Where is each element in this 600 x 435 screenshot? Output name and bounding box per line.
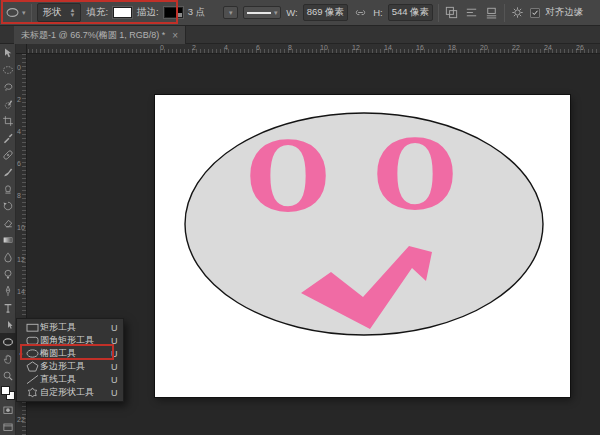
shape-tool-flyout-menu: 矩形工具U圆角矩形工具U•椭圆工具U多边形工具U直线工具U自定形状工具U	[16, 318, 124, 402]
tool-preset-button[interactable]: ▾	[5, 5, 26, 20]
ruler-number: 14	[384, 44, 392, 51]
ruler-number: 6	[256, 44, 260, 51]
ellipse-preset-icon	[5, 5, 20, 20]
ruler-number: 2	[17, 96, 21, 103]
path-arrangement-icon[interactable]	[484, 5, 499, 20]
ic-lasso	[2, 81, 14, 93]
dodge-tool[interactable]	[0, 265, 16, 282]
document-canvas[interactable]: O O	[155, 95, 570, 397]
close-icon[interactable]: ×	[172, 30, 178, 41]
path-operations-icon[interactable]	[444, 5, 459, 20]
move-tool[interactable]	[0, 44, 16, 61]
fill-color-swatch[interactable]	[113, 7, 132, 18]
ruler-number: 8	[288, 44, 292, 51]
ruler-number: 0	[160, 44, 164, 51]
menu-item-rrect[interactable]: 圆角矩形工具U	[17, 334, 123, 347]
shape-width-field[interactable]: 869 像素	[303, 4, 349, 21]
ruler-number: 4	[17, 128, 21, 135]
menu-item-shortcut: U	[111, 349, 123, 359]
ic-pen	[2, 285, 14, 297]
ruler-number: 16	[416, 44, 424, 51]
quick-mask-icon	[2, 404, 14, 416]
ic-healing	[2, 149, 14, 161]
menu-item-poly[interactable]: 多边形工具U	[17, 360, 123, 373]
foreground-color-swatch[interactable]	[1, 386, 10, 395]
menu-item-label: 椭圆工具	[40, 347, 111, 360]
history-brush-tool[interactable]	[0, 197, 16, 214]
ruler-number: 14	[17, 288, 25, 295]
current-tool-bullet: •	[17, 349, 25, 358]
align-edges-checkbox[interactable]	[530, 8, 540, 18]
stroke-color-swatch[interactable]	[164, 7, 183, 18]
fill-label: 填充:	[86, 6, 108, 19]
link-dimensions-icon[interactable]	[353, 5, 368, 20]
menu-item-rect[interactable]: 矩形工具U	[17, 321, 123, 334]
path-alignment-icon[interactable]	[464, 5, 479, 20]
ic-crop	[2, 115, 14, 127]
tool-options-bar: ▾ 形状 ▲▼ 填充: 描边: 3 点 ▾ ▾ W: 869 像素 H: 544…	[0, 0, 600, 26]
crop-tool[interactable]	[0, 112, 16, 129]
gear-icon[interactable]	[510, 5, 525, 20]
stroke-type-dropdown[interactable]: ▾	[243, 6, 281, 19]
hand-tool[interactable]	[0, 350, 16, 367]
ruler-number: 8	[17, 192, 21, 199]
menu-item-shortcut: U	[111, 388, 123, 398]
document-tab[interactable]: 未标题-1 @ 66.7%(椭圆 1, RGB/8) * ×	[14, 26, 186, 44]
stroke-label: 描边:	[137, 6, 159, 19]
eyedropper-tool[interactable]	[0, 129, 16, 146]
ic-eraser	[2, 217, 14, 229]
ic-pathsel	[2, 319, 14, 331]
menu-item-line[interactable]: 直线工具U	[17, 373, 123, 386]
menu-item-shortcut: U	[111, 375, 123, 385]
screen-mode-button[interactable]	[0, 418, 16, 435]
ic-dropper	[2, 132, 14, 144]
ic-gradient	[2, 234, 14, 246]
stroke-type-line-sample	[247, 12, 271, 14]
eye-letter: O	[246, 121, 330, 234]
quick-selection-tool[interactable]	[0, 95, 16, 112]
color-swatches[interactable]	[0, 385, 16, 401]
eraser-tool[interactable]	[0, 214, 16, 231]
brush-tool[interactable]	[0, 163, 16, 180]
divider	[31, 4, 32, 22]
tool-mode-value: 形状	[43, 6, 62, 19]
ellipse-shape-tool[interactable]	[0, 333, 16, 350]
ic-quick	[2, 98, 14, 110]
menu-item-label: 直线工具	[40, 373, 111, 386]
ruler-number: 12	[352, 44, 360, 51]
eye-letter: O	[373, 119, 457, 232]
ruler-number: 22	[512, 44, 520, 51]
tools-panel	[0, 44, 16, 435]
gradient-tool[interactable]	[0, 231, 16, 248]
ic-m-rect	[25, 322, 40, 333]
zoom-tool[interactable]	[0, 367, 16, 384]
ruler-number: 12	[17, 256, 25, 263]
menu-item-custom[interactable]: 自定形状工具U	[17, 386, 123, 399]
menu-item-label: 自定形状工具	[40, 386, 111, 399]
healing-brush-tool[interactable]	[0, 146, 16, 163]
ic-stamp	[2, 183, 14, 195]
ruler-number: 24	[544, 44, 552, 51]
stroke-width-dropdown[interactable]: ▾	[223, 6, 238, 19]
ic-ellipse	[2, 336, 14, 348]
divider	[504, 4, 505, 22]
quick-mask-button[interactable]	[0, 401, 16, 418]
ruler-number: 6	[17, 160, 21, 167]
ruler-number: 10	[320, 44, 328, 51]
lasso-tool[interactable]	[0, 78, 16, 95]
path-selection-tool[interactable]	[0, 316, 16, 333]
clone-stamp-tool[interactable]	[0, 180, 16, 197]
blur-tool[interactable]	[0, 248, 16, 265]
horizontal-ruler[interactable]: 02468101214161820222426	[16, 44, 600, 54]
ic-marquee	[2, 64, 14, 76]
divider	[438, 4, 439, 22]
shape-height-field[interactable]: 544 像素	[388, 4, 434, 21]
type-tool[interactable]	[0, 299, 16, 316]
pen-tool[interactable]	[0, 282, 16, 299]
ic-m-poly	[25, 361, 40, 372]
marquee-tool[interactable]	[0, 61, 16, 78]
menu-item-ellipse[interactable]: •椭圆工具U	[17, 347, 123, 360]
ic-brush	[2, 166, 14, 178]
stroke-width-value[interactable]: 3 点	[188, 6, 205, 19]
tool-mode-select[interactable]: 形状 ▲▼	[37, 3, 82, 22]
